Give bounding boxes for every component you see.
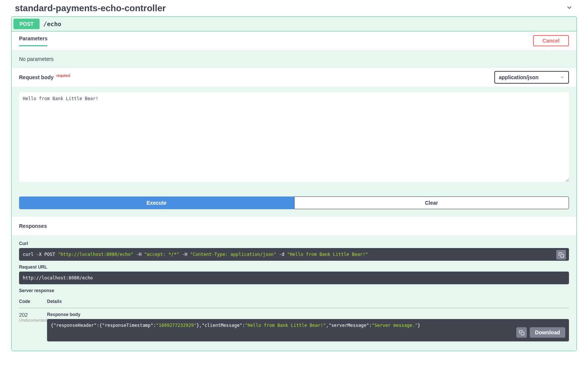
clear-button[interactable]: Clear [294, 196, 569, 209]
response-body-label: Response body [47, 312, 569, 317]
section-header[interactable]: standard-payments-echo-controller [7, 0, 581, 16]
svg-rect-0 [560, 254, 563, 257]
responses-body: Curl curl -X POST "http://localhost:8080… [12, 235, 576, 351]
chevron-down-icon [566, 4, 573, 13]
request-body-header: Request body required application/json [12, 68, 576, 87]
copy-response-button[interactable] [516, 327, 527, 338]
curl-body: "Hello from Bank Little Bear!" [287, 252, 368, 257]
clipboard-icon [559, 252, 564, 258]
request-url-value: http://localhost:8080/echo [23, 275, 93, 281]
clipboard-icon [519, 330, 525, 335]
parameters-tab[interactable]: Parameters [19, 35, 47, 46]
undocumented-label: Undocumented [19, 318, 47, 322]
curl-accept: "accept: */*" [144, 252, 179, 257]
request-url-label: Request URL [19, 264, 569, 270]
request-body-label: Request body [19, 75, 54, 81]
parameters-header: Parameters Cancel [12, 31, 576, 50]
copy-curl-button[interactable] [556, 250, 566, 260]
curl-d: -d [276, 252, 287, 257]
request-body-wrapper [12, 87, 576, 189]
code-column-header: Code [19, 295, 47, 308]
rb-p3: ,"serverMessage": [326, 323, 372, 328]
rb-cm: "Hello from Bank Little Bear!" [245, 323, 326, 328]
required-label: required [56, 74, 70, 78]
rb-sm: "Server message." [372, 323, 418, 328]
execute-button[interactable]: Execute [19, 196, 294, 209]
curl-h2: -H [179, 252, 190, 257]
curl-url: "http://localhost:8080/echo" [58, 252, 133, 257]
server-response-label: Server response [19, 288, 569, 293]
responses-header: Responses [12, 217, 576, 235]
content-type-select[interactable]: application/json [494, 71, 569, 84]
curl-ct: "Content-Type: application/json" [190, 252, 276, 257]
request-body-textarea[interactable] [19, 92, 569, 182]
curl-cmd: curl -X POST [23, 252, 58, 257]
rb-p2: },"clientMessage": [196, 323, 245, 328]
no-parameters-text: No parameters [19, 56, 54, 62]
download-button[interactable]: Download [530, 327, 565, 338]
request-url-block: http://localhost:8080/echo [19, 272, 569, 284]
curl-block: curl -X POST "http://localhost:8080/echo… [19, 248, 569, 261]
parameters-body: No parameters [12, 50, 576, 68]
endpoint-path: /echo [43, 21, 61, 28]
response-row: 202 Undocumented Response body {"respons… [19, 308, 569, 346]
response-body-block: {"responseHeader":{"responseTimestamp":"… [47, 319, 569, 341]
curl-label: Curl [19, 241, 569, 246]
response-actions: Download [516, 327, 565, 338]
curl-h1: -H [133, 252, 144, 257]
rb-p1: {"responseHeader":{"responseTimestamp": [51, 323, 156, 328]
operation-block: POST /echo Parameters Cancel No paramete… [11, 16, 577, 351]
response-code: 202 [19, 312, 47, 318]
responses-label: Responses [19, 223, 47, 229]
rb-ts: "1609277232929" [156, 323, 196, 328]
cancel-button[interactable]: Cancel [533, 35, 569, 46]
details-column-header: Details [47, 295, 569, 308]
response-table: Code Details 202 Undocumented Response b… [19, 295, 569, 345]
method-badge: POST [13, 19, 40, 29]
section-title: standard-payments-echo-controller [15, 3, 166, 13]
rb-p4: } [418, 323, 420, 328]
button-row: Execute Clear [12, 189, 576, 217]
svg-rect-1 [521, 332, 524, 335]
operation-summary[interactable]: POST /echo [12, 17, 576, 31]
